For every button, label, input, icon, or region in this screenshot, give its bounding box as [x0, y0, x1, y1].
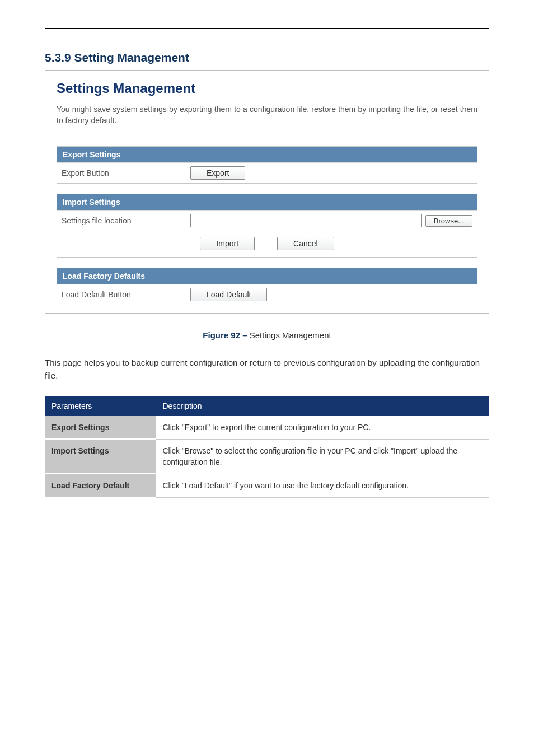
param-desc: Click "Load Default" if you want to use …: [156, 474, 490, 497]
param-desc: Click "Export" to export the current con…: [156, 416, 490, 439]
settings-management-screenshot: Settings Management You might save syste…: [45, 70, 489, 314]
export-settings-header: Export Settings: [57, 147, 477, 162]
import-button[interactable]: Import: [200, 237, 255, 250]
param-name: Export Settings: [45, 416, 156, 439]
export-button-label: Export Button: [62, 169, 190, 178]
table-header-description: Description: [156, 396, 490, 416]
param-name: Load Factory Default: [45, 474, 156, 497]
load-factory-defaults-header: Load Factory Defaults: [57, 268, 477, 284]
export-button[interactable]: Export: [190, 166, 245, 180]
parameters-table: Parameters Description Export Settings C…: [45, 396, 489, 498]
panel-description: You might save system settings by export…: [57, 104, 477, 126]
table-row: Import Settings Click "Browse" to select…: [45, 439, 489, 474]
figure-caption: Figure 92 – Settings Management: [45, 330, 489, 340]
table-header-parameters: Parameters: [45, 396, 156, 416]
settings-file-path-input[interactable]: [190, 214, 422, 227]
param-name: Import Settings: [45, 439, 156, 474]
load-default-button[interactable]: Load Default: [190, 288, 267, 301]
settings-file-location-label: Settings file location: [62, 216, 190, 225]
table-row: Export Settings Click "Export" to export…: [45, 416, 489, 439]
import-settings-header: Import Settings: [57, 194, 477, 210]
param-desc: Click "Browse" to select the configurati…: [156, 439, 490, 474]
panel-title: Settings Management: [57, 81, 477, 96]
instruction-paragraph: This page helps you to backup current co…: [45, 357, 489, 382]
cancel-button[interactable]: Cancel: [277, 237, 334, 250]
import-settings-group: Import Settings Settings file location B…: [57, 194, 477, 258]
table-row: Load Factory Default Click "Load Default…: [45, 474, 489, 497]
section-number: 5.3.9 Setting Management: [45, 51, 489, 64]
page-top-rule: [45, 28, 489, 29]
browse-button[interactable]: Browse...: [425, 215, 472, 227]
figure-text: Settings Management: [247, 330, 331, 340]
load-factory-defaults-group: Load Factory Defaults Load Default Butto…: [57, 268, 477, 305]
load-default-button-label: Load Default Button: [62, 290, 190, 299]
figure-number: Figure 92 –: [203, 330, 247, 340]
export-settings-group: Export Settings Export Button Export: [57, 146, 477, 184]
